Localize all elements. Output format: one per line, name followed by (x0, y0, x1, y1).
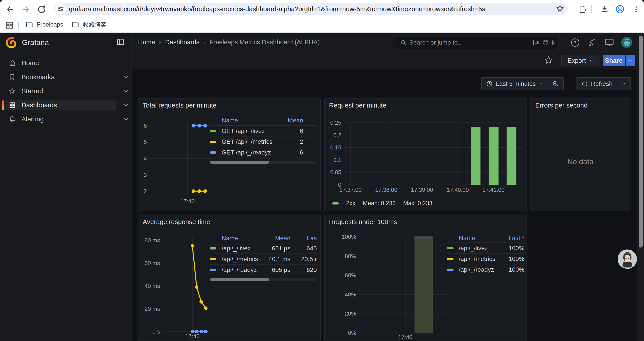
display-button[interactable] (604, 37, 615, 49)
svg-text:17:39:00: 17:39:00 (411, 187, 433, 193)
series-name[interactable]: /api/_/livez (459, 245, 500, 252)
home-icon (9, 60, 16, 67)
series-last: 620 (290, 266, 317, 273)
svg-text:60 ms: 60 ms (144, 260, 160, 266)
legend-row[interactable]: /api/_/livez 100% (447, 243, 524, 254)
col-header-last[interactable]: Last * (500, 235, 524, 242)
time-zoom-out-button[interactable] (548, 78, 563, 90)
floating-assistant-avatar[interactable] (618, 249, 637, 269)
favorite-dashboard-button[interactable] (544, 56, 553, 66)
bookmark-folder-freeleaps[interactable]: Freeleaps (26, 21, 63, 29)
chevron-down-icon[interactable] (123, 88, 129, 94)
search-input[interactable]: Search or jump to... ⌘+k (396, 36, 559, 49)
legend-hscrollbar[interactable] (210, 278, 317, 281)
bookmark-label: 收藏博客 (83, 21, 106, 29)
chart-legend[interactable]: 2xx Mean: 0.233 Max: 0.233 (332, 200, 432, 207)
bookmarks-separator (18, 22, 19, 30)
avg-response-time-chart[interactable]: 80 ms60 ms40 ms20 ms0 s17:40 (142, 232, 212, 341)
chevron-down-icon[interactable] (123, 116, 129, 122)
legend-hscrollbar[interactable] (210, 161, 317, 164)
bookmark-folder-blogs[interactable]: 收藏博客 (72, 21, 106, 29)
url-text[interactable]: grafana.mathmast.com/d/deytv4rwavabkb/fr… (69, 5, 554, 13)
apps-grid-icon (5, 21, 14, 30)
news-button[interactable] (587, 37, 598, 49)
svg-text:0.05: 0.05 (330, 169, 341, 176)
legend-row[interactable]: GET /api/_/metrics 2 (210, 137, 317, 147)
bookmark-star-button[interactable] (556, 5, 564, 14)
share-button[interactable]: Share (603, 55, 625, 66)
series-name[interactable]: /api/_/metrics (459, 255, 500, 262)
series-mean: 605 µs (258, 266, 290, 273)
sidebar-item-starred[interactable]: Starred (5, 86, 122, 96)
refresh-controls: Refresh (576, 77, 631, 90)
legend-row[interactable]: /api/_/metrics 40.1 ms 20.5 r (210, 254, 317, 265)
col-header-mean[interactable]: Mean (277, 117, 317, 124)
series-name[interactable]: /api/_/livez (222, 245, 258, 252)
svg-text:3: 3 (144, 172, 147, 178)
site-info-button[interactable] (55, 4, 66, 14)
share-menu-button[interactable] (626, 55, 635, 66)
chevron-down-icon[interactable] (123, 102, 129, 108)
sidebar-item-alerting[interactable]: Alerting (5, 114, 122, 124)
refresh-button[interactable]: Refresh (577, 78, 617, 90)
panel-title: Errors per second (535, 102, 588, 109)
chevron-down-icon (622, 82, 626, 86)
grafana-logo[interactable] (6, 37, 17, 48)
user-avatar-icon (621, 37, 632, 48)
col-header-mean[interactable]: Mean (258, 235, 290, 242)
chevron-down-icon[interactable] (123, 74, 129, 80)
user-avatar-button[interactable] (621, 37, 632, 49)
toolbar-separator (591, 5, 592, 13)
series-name[interactable]: /api/_/readyz (459, 266, 500, 273)
requests-under-100ms-chart[interactable]: 100%80%60%40%20%0%17:40 (328, 229, 451, 341)
series-name[interactable]: /api/_/metrics (222, 256, 258, 263)
legend-row[interactable]: GET /api/_/readyz 6 (210, 147, 317, 158)
legend-row[interactable]: /api/_/metrics 100% (447, 254, 524, 264)
request-per-minute-chart[interactable]: 0.250.20.150.10.05017:37:0017:38:0017:39… (326, 116, 525, 208)
breadcrumb-home[interactable]: Home (138, 39, 155, 46)
apps-grid-button[interactable] (5, 21, 14, 30)
svg-text:40 ms: 40 ms (144, 283, 160, 289)
svg-text:6: 6 (144, 122, 147, 129)
series-name[interactable]: GET /api/_/metrics (222, 138, 277, 145)
sidebar-item-home[interactable]: Home (5, 58, 122, 68)
reload-button[interactable] (36, 3, 48, 15)
help-button[interactable]: ? (570, 37, 580, 49)
downloads-button[interactable] (598, 3, 611, 15)
svg-text:17:40:00: 17:40:00 (447, 187, 469, 193)
panel-avg-response-time: Average response time 80 ms60 ms40 ms20 … (138, 215, 321, 341)
browser-menu-button[interactable] (630, 3, 642, 15)
address-bar[interactable]: grafana.mathmast.com/d/deytv4rwavabkb/fr… (54, 3, 568, 15)
clock-icon (486, 81, 493, 87)
panel-title: Request per minute (329, 102, 386, 109)
total-requests-chart[interactable]: 6543217:40 (142, 116, 214, 209)
series-name[interactable]: GET /api/_/livez (222, 128, 277, 135)
col-header-name[interactable]: Name (222, 235, 258, 242)
sidebar-item-dashboards[interactable]: Dashboards (5, 100, 116, 110)
profile-button[interactable] (614, 3, 626, 15)
series-name[interactable]: /api/_/readyz (222, 266, 258, 273)
page-scrollbar-thumb[interactable] (639, 36, 643, 247)
forward-button[interactable] (20, 3, 32, 15)
series-name[interactable]: GET /api/_/readyz (222, 149, 277, 156)
legend-row[interactable]: /api/_/readyz 605 µs 620 (210, 265, 317, 275)
series-name[interactable]: 2xx (346, 200, 355, 207)
legend-row[interactable]: /api/_/livez 661 µs 646 (210, 243, 317, 254)
svg-text:4: 4 (144, 155, 147, 162)
svg-text:0.25: 0.25 (330, 119, 341, 126)
col-header-name[interactable]: Name (222, 117, 277, 124)
time-range-picker[interactable]: Last 5 minutes (482, 78, 548, 90)
back-button[interactable] (4, 3, 16, 15)
legend-row[interactable]: /api/_/readyz 100% (447, 264, 524, 275)
extensions-button[interactable] (576, 3, 588, 15)
col-header-name[interactable]: Name (459, 235, 500, 242)
sidebar-item-bookmarks[interactable]: Bookmarks (5, 72, 122, 82)
refresh-interval-button[interactable] (617, 78, 630, 90)
legend-row[interactable]: GET /api/_/livez 6 (210, 126, 317, 137)
series-color-pill (210, 130, 216, 132)
series-last: 646 (290, 245, 317, 252)
dock-sidebar-button[interactable] (116, 38, 125, 47)
export-button[interactable]: Export (561, 55, 600, 66)
breadcrumb-dashboards[interactable]: Dashboards (165, 39, 199, 46)
col-header-last[interactable]: Las (290, 235, 317, 242)
